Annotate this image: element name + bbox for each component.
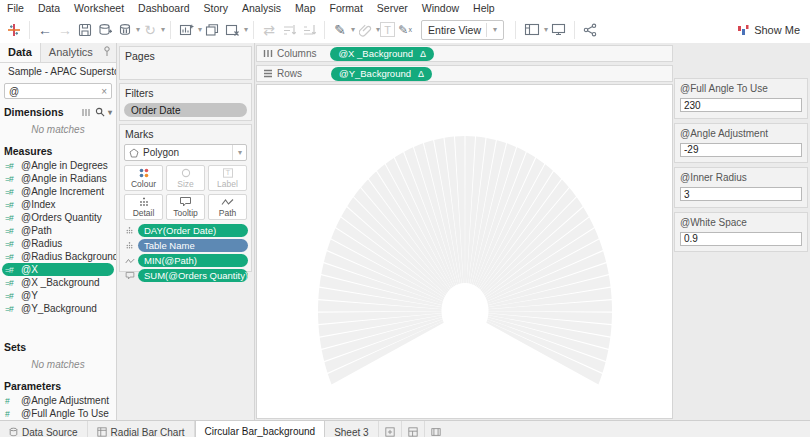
menu-format[interactable]: Format <box>323 2 370 14</box>
tab-label: Circular Bar_background <box>205 426 316 437</box>
dimensions-label: Dimensions <box>4 106 64 118</box>
fit-dropdown-caret[interactable]: ▾ <box>493 25 497 34</box>
measure-item[interactable]: =#@Y_Background <box>0 302 116 315</box>
param-card-inner-radius: @Inner Radius <box>674 167 808 208</box>
param-input-full-angle[interactable] <box>680 98 802 112</box>
parameters-header: Parameters <box>0 376 116 394</box>
dimensions-menu-caret[interactable]: ▾ <box>108 108 112 117</box>
menu-worksheet[interactable]: Worksheet <box>67 2 131 14</box>
sort-ascending-icon[interactable] <box>279 18 299 42</box>
measure-item[interactable]: =#@Angle in Degrees <box>0 159 116 172</box>
group-members-icon[interactable] <box>355 18 375 42</box>
clear-search-icon[interactable]: × <box>101 86 107 97</box>
new-datasource-icon[interactable] <box>95 18 115 42</box>
detail-button[interactable]: Detail <box>124 194 163 220</box>
menu-map[interactable]: Map <box>288 2 322 14</box>
field-search-input[interactable] <box>9 86 101 97</box>
marks-card[interactable]: Marks Polygon ▾ Colour Size <box>119 124 252 272</box>
tab-data[interactable]: Data <box>0 43 41 62</box>
tab-radial-bar-chart[interactable]: Radial Bar Chart <box>88 421 195 437</box>
measure-item[interactable]: =#@Y <box>0 289 116 302</box>
menu-server[interactable]: Server <box>370 2 415 14</box>
pages-card[interactable]: Pages <box>119 46 252 80</box>
mark-type-caret[interactable]: ▾ <box>238 148 242 157</box>
param-input-angle-adjustment[interactable] <box>680 143 802 157</box>
sort-descending-icon[interactable] <box>299 18 319 42</box>
menu-analysis[interactable]: Analysis <box>235 2 288 14</box>
menu-window[interactable]: Window <box>415 2 466 14</box>
pause-updates-icon[interactable] <box>115 18 135 42</box>
pill-table-name[interactable]: Table Name <box>138 239 248 252</box>
colour-button[interactable]: Colour <box>124 165 163 191</box>
measure-item[interactable]: =#@Radius <box>0 237 116 250</box>
parameter-item[interactable]: #@Angle Adjustment <box>0 394 116 407</box>
mark-type-dropdown[interactable]: Polygon ▾ <box>124 144 247 161</box>
new-worksheet-tab-icon[interactable] <box>379 421 402 437</box>
path-button[interactable]: Path <box>208 194 247 220</box>
presentation-mode-icon[interactable] <box>548 18 569 42</box>
clear-sheet-caret[interactable]: ▾ <box>244 25 248 34</box>
undo-icon[interactable]: ← <box>35 18 55 42</box>
measure-item[interactable]: =#@Orders Quantity <box>0 211 116 224</box>
filters-card[interactable]: Filters Order Date <box>119 83 252 121</box>
menu-file[interactable]: File <box>0 2 31 14</box>
filter-pill-order-date[interactable]: Order Date <box>124 103 247 117</box>
pill-min-path[interactable]: MIN(@Path) <box>138 254 248 267</box>
text-label-icon[interactable]: T <box>380 22 395 37</box>
param-input-inner-radius[interactable] <box>680 187 802 201</box>
calculated-measure-icon: =# <box>5 239 18 249</box>
param-input-white-space[interactable] <box>680 232 802 246</box>
measure-item[interactable]: =#@Angle Increment <box>0 185 116 198</box>
size-button[interactable]: Size <box>166 165 205 191</box>
parameter-item[interactable]: #@Full Angle To Use <box>0 407 116 420</box>
field-search-box[interactable]: × <box>4 83 112 99</box>
rows-pill[interactable]: @Y_Background Δ <box>331 67 432 81</box>
duplicate-sheet-icon[interactable] <box>202 18 222 42</box>
menu-help[interactable]: Help <box>466 2 502 14</box>
viz-canvas[interactable] <box>256 84 673 419</box>
tab-analytics[interactable]: Analytics <box>41 43 101 62</box>
pill-day-order-date[interactable]: DAY(Order Date) <box>138 224 248 237</box>
tab-circular-bar-background[interactable]: Circular Bar_background <box>195 421 326 437</box>
menu-data[interactable]: Data <box>31 2 67 14</box>
measure-item[interactable]: =#@Index <box>0 198 116 211</box>
rows-shelf[interactable]: Rows @Y_Background Δ <box>256 65 673 82</box>
pin-icon[interactable] <box>103 43 116 62</box>
measure-item-selected[interactable]: =#@X <box>2 263 114 276</box>
show-me-button[interactable]: Show Me <box>737 24 800 36</box>
datasource-row[interactable]: Sample - APAC Supersto... <box>0 63 116 80</box>
share-icon[interactable] <box>580 18 600 42</box>
columns-shelf[interactable]: Columns @X _Background Δ <box>256 45 673 62</box>
measure-item[interactable]: =#@Radius Background <box>0 250 116 263</box>
highlight-icon[interactable]: ✎ <box>330 18 350 42</box>
menu-dashboard[interactable]: Dashboard <box>131 2 196 14</box>
find-field-icon[interactable] <box>95 107 105 117</box>
swap-axes-icon[interactable]: ⇄ <box>259 18 279 42</box>
menu-story[interactable]: Story <box>196 2 235 14</box>
path-icon <box>221 197 234 207</box>
group-by-folder-icon[interactable] <box>82 108 92 117</box>
columns-pill[interactable]: @X _Background Δ <box>330 47 434 61</box>
new-story-tab-icon[interactable] <box>425 421 447 437</box>
label-button[interactable]: T Label <box>208 165 247 191</box>
pages-label: Pages <box>120 47 251 64</box>
mark-labels-icon[interactable]: ✎x <box>395 18 415 42</box>
pill-sum-orders-quantity[interactable]: SUM(@Orders Quantity) <box>138 269 248 282</box>
tableau-logo-icon[interactable] <box>4 18 24 42</box>
show-hide-cards-icon[interactable] <box>521 18 543 42</box>
clear-sheet-icon[interactable] <box>222 18 243 42</box>
save-icon[interactable] <box>75 18 95 42</box>
tooltip-button[interactable]: Tooltip <box>166 194 205 220</box>
refresh-icon[interactable]: ↻ <box>140 18 160 42</box>
new-worksheet-icon[interactable] <box>176 18 197 42</box>
tab-data-source[interactable]: Data Source <box>0 421 88 437</box>
new-dashboard-tab-icon[interactable] <box>402 421 425 437</box>
redo-icon[interactable]: → <box>55 18 75 42</box>
label-button-label: Label <box>217 179 238 189</box>
measure-item[interactable]: =#@Path <box>0 224 116 237</box>
refresh-caret[interactable]: ▾ <box>161 25 165 34</box>
tab-sheet-3[interactable]: Sheet 3 <box>325 421 378 437</box>
fit-dropdown[interactable]: Entire View ▾ <box>421 20 504 40</box>
measure-item[interactable]: =#@Angle in Radians <box>0 172 116 185</box>
measure-item[interactable]: =#@X _Background <box>0 276 116 289</box>
